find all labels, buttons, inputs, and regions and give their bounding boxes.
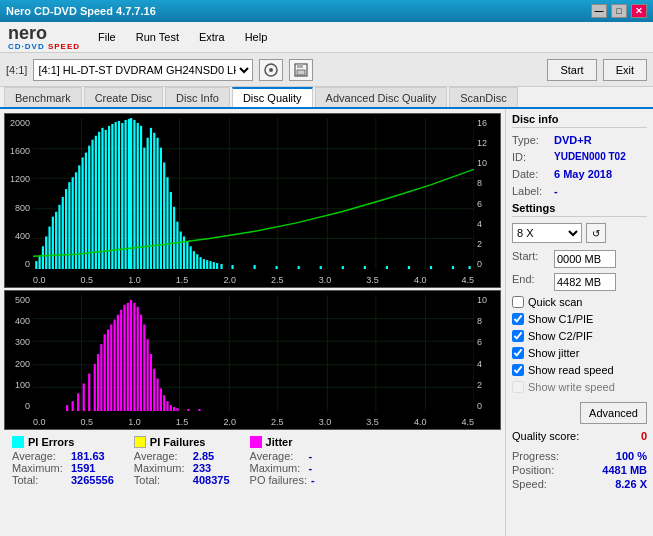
svg-rect-29 [72,177,74,269]
close-button[interactable]: ✕ [631,4,647,18]
svg-rect-35 [91,140,93,269]
show-c1pie-checkbox[interactable] [512,313,524,325]
svg-rect-22 [48,227,50,269]
tab-create-disc[interactable]: Create Disc [84,87,163,107]
tab-disc-quality[interactable]: Disc Quality [232,87,313,107]
svg-rect-74 [220,264,222,269]
svg-rect-51 [143,148,145,269]
svg-rect-48 [133,120,135,269]
speed-value: 8.26 X [615,478,647,490]
svg-rect-40 [108,126,110,269]
menu-extra[interactable]: Extra [193,29,231,45]
show-read-speed-row: Show read speed [512,364,647,376]
svg-rect-18 [35,261,37,269]
svg-point-1 [269,68,273,72]
top-chart-x-axis: 0.0 0.5 1.0 1.5 2.0 2.5 3.0 3.5 4.0 4.5 [33,275,474,285]
quick-scan-checkbox[interactable] [512,296,524,308]
svg-rect-125 [160,388,162,411]
menu-file[interactable]: File [92,29,122,45]
svg-rect-53 [150,128,152,269]
show-jitter-row: Show jitter [512,347,647,359]
tab-scandisc[interactable]: ScanDisc [449,87,517,107]
maximize-button[interactable]: □ [611,4,627,18]
svg-rect-43 [118,121,120,269]
svg-rect-108 [104,334,106,411]
chart-area: 2000 1600 1200 800 400 0 16 12 10 8 6 4 … [0,109,505,536]
start-input[interactable] [554,250,616,268]
svg-rect-112 [117,315,119,411]
menu-help[interactable]: Help [239,29,274,45]
svg-rect-24 [55,212,57,269]
tabs-bar: Benchmark Create Disc Disc Info Disc Qua… [0,87,653,109]
show-c2pif-checkbox[interactable] [512,330,524,342]
svg-rect-42 [115,122,117,269]
svg-rect-54 [153,133,155,269]
svg-rect-61 [176,222,178,269]
svg-rect-20 [42,246,44,269]
menu-run-test[interactable]: Run Test [130,29,185,45]
svg-rect-119 [140,315,142,411]
svg-rect-25 [58,205,60,269]
exit-button[interactable]: Exit [603,59,647,81]
svg-rect-64 [186,241,188,269]
svg-rect-67 [196,254,198,269]
show-jitter-checkbox[interactable] [512,347,524,359]
svg-rect-52 [147,138,149,269]
svg-rect-118 [137,307,139,411]
progress-row: Progress: 100 % [512,450,647,462]
disc-icon-button[interactable] [259,59,283,81]
svg-rect-110 [110,324,112,411]
save-icon-button[interactable] [289,59,313,81]
svg-rect-105 [94,364,96,411]
svg-rect-45 [125,120,127,269]
svg-rect-131 [187,409,189,411]
svg-rect-104 [88,374,90,411]
bottom-chart-y-right: 10 8 6 4 2 0 [474,295,500,411]
svg-rect-106 [97,354,99,411]
svg-rect-58 [166,177,168,269]
svg-rect-59 [170,192,172,269]
tab-advanced-disc-quality[interactable]: Advanced Disc Quality [315,87,448,107]
svg-rect-23 [52,217,54,269]
svg-rect-123 [153,369,155,411]
svg-rect-75 [231,265,233,269]
advanced-button[interactable]: Advanced [580,402,647,424]
svg-rect-32 [82,157,84,269]
show-write-speed-label: Show write speed [528,381,615,393]
show-read-speed-checkbox[interactable] [512,364,524,376]
svg-rect-83 [408,266,410,269]
progress-section: Progress: 100 % Position: 4481 MB Speed:… [512,450,647,492]
svg-rect-117 [133,303,135,411]
end-input[interactable] [554,273,616,291]
drive-select[interactable]: [4:1] HL-DT-ST DVDRAM GH24NSD0 LH00 [33,59,253,81]
svg-rect-60 [173,207,175,269]
svg-rect-101 [72,401,74,411]
show-write-speed-row: Show write speed [512,381,647,393]
show-read-speed-label: Show read speed [528,364,614,376]
quality-score-value: 0 [641,430,647,442]
quick-scan-label: Quick scan [528,296,582,308]
svg-rect-68 [199,257,201,269]
quality-score-label: Quality score: [512,430,579,442]
svg-rect-132 [198,409,200,411]
svg-rect-109 [107,329,109,411]
tab-benchmark[interactable]: Benchmark [4,87,82,107]
svg-rect-85 [452,266,454,269]
speed-select[interactable]: 8 X [512,223,582,243]
pi-failures-title: PI Failures [150,436,206,448]
main-area: 2000 1600 1200 800 400 0 16 12 10 8 6 4 … [0,109,653,536]
drive-label: [4:1] [6,64,27,76]
jitter-color [250,436,262,448]
start-button[interactable]: Start [547,59,596,81]
svg-rect-34 [88,146,90,269]
svg-rect-55 [156,138,158,269]
tab-disc-info[interactable]: Disc Info [165,87,230,107]
disc-label-row: Label: - [512,185,647,197]
minimize-button[interactable]: — [591,4,607,18]
bottom-chart-y-left: 500 400 300 200 100 0 [5,295,33,411]
svg-rect-71 [209,261,211,269]
svg-rect-38 [101,128,103,269]
toolbar: [4:1] [4:1] HL-DT-ST DVDRAM GH24NSD0 LH0… [0,53,653,87]
settings-refresh-button[interactable]: ↺ [586,223,606,243]
svg-rect-65 [190,246,192,269]
